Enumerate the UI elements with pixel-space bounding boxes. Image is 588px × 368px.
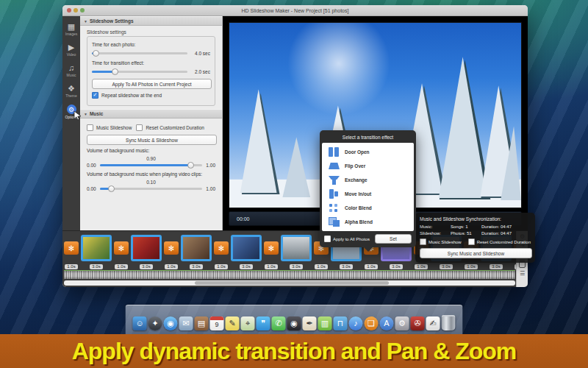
sidebar-item-video[interactable]: ▶ Video	[62, 43, 80, 57]
slider-knob[interactable]	[93, 50, 99, 57]
slider-knob[interactable]	[112, 68, 118, 75]
window-titlebar[interactable]: HD Slideshow Maker - New Project [51 pho…	[62, 5, 528, 16]
disclosure-triangle-icon[interactable]: ▼	[84, 112, 87, 116]
sidebar-item-images[interactable]: ▦ Images	[62, 22, 80, 36]
photo-thumbnail[interactable]: 3.0s	[281, 233, 312, 269]
transition-option[interactable]: Door Open	[322, 145, 414, 159]
transition-option[interactable]: Flip Over	[322, 159, 414, 173]
timeline-scrollbar[interactable]	[64, 280, 515, 286]
transition-thumbnail[interactable]: 1.0s	[164, 233, 179, 269]
dock-icon-ibooks[interactable]: ❏	[365, 316, 379, 330]
thumbnail-image[interactable]	[214, 241, 229, 255]
audio-waveform[interactable]	[64, 270, 515, 279]
volume-min-label: 0.00	[87, 186, 96, 191]
transition-option[interactable]: Color Blend	[322, 201, 414, 215]
transition-option-label: Color Blend	[345, 205, 372, 210]
photo-thumbnail[interactable]: 3.0s	[181, 233, 212, 269]
time-photo-slider[interactable]	[92, 50, 187, 57]
duration-chip: 3.0s	[490, 264, 502, 269]
dock-icon-keynote[interactable]: ⊓	[334, 316, 348, 330]
disclosure-triangle-icon[interactable]: ▼	[84, 19, 87, 24]
thumbnail-image[interactable]	[114, 241, 129, 255]
duration-chip: 1.0s	[65, 264, 77, 269]
dock-icon-pages[interactable]: ✒	[303, 316, 317, 330]
music-slideshow-checkbox[interactable]	[87, 124, 93, 131]
thumbnail-image[interactable]	[131, 235, 162, 261]
sidebar-item-icon: ▦	[68, 22, 75, 31]
thumbnail-image[interactable]	[264, 241, 279, 255]
photo-thumbnail[interactable]: 3.0s	[131, 233, 162, 269]
thumbnail-image[interactable]	[181, 235, 212, 261]
sync-reset-duration-checkbox[interactable]	[468, 238, 475, 245]
dock-icon-finder[interactable]: ☺	[133, 316, 147, 330]
thumbnail-image[interactable]	[81, 235, 112, 261]
dock-icon-mail[interactable]: ✉	[179, 316, 193, 330]
photo-thumbnail[interactable]: 3.0s	[231, 233, 262, 269]
time-transition-slider[interactable]	[92, 68, 187, 75]
photos-count: Photos: 51	[451, 231, 481, 236]
dock-icon-messages[interactable]: ❞	[257, 316, 270, 330]
dock-icon-notes[interactable]: ✎	[226, 316, 240, 330]
list-view-icon[interactable]: ☰	[520, 270, 525, 277]
thumbnail-image[interactable]	[164, 241, 179, 255]
dock-icon-contacts[interactable]: ▤	[195, 316, 209, 330]
transition-option[interactable]: Alpha Blend	[322, 215, 414, 229]
time-photo-value: 4.0 sec	[191, 51, 210, 56]
set-transition-button[interactable]: Set	[375, 234, 412, 244]
dock-icon-numbers[interactable]: ▥	[318, 316, 332, 330]
dock-icon-system-preferences[interactable]: ⚙	[395, 316, 409, 330]
sidebar-item-music[interactable]: ♫ Music	[62, 63, 80, 77]
slider-knob[interactable]	[108, 185, 115, 192]
dock-icon-trash[interactable]	[442, 315, 456, 330]
dock-icon-facetime[interactable]: ✆	[272, 316, 286, 330]
slider-knob[interactable]	[187, 162, 194, 169]
transition-thumbnail[interactable]: 1.0s	[264, 233, 279, 269]
transition-thumbnail[interactable]: 1.0s	[214, 233, 229, 269]
dock-icon-itunes[interactable]: ♪	[349, 316, 363, 330]
promo-banner: Apply dynamic transition and Pan & Zoom	[0, 334, 588, 368]
dock-icon-maps[interactable]: ⌖	[241, 316, 255, 330]
songs-count: Songs: 1	[451, 224, 481, 229]
transition-thumbnail[interactable]: 1.0s	[64, 233, 79, 269]
slideshow-settings-header[interactable]: ▼ Slideshow Settings	[80, 16, 222, 26]
repeat-slideshow-checkbox[interactable]	[92, 92, 98, 99]
sync-music-slideshow-button[interactable]: Sync Music & Slideshow	[87, 135, 217, 145]
thumbnail-image[interactable]	[231, 235, 262, 261]
dock-icon-hd-slideshow-maker[interactable]: ✇	[411, 316, 425, 330]
dock-icon-launchpad[interactable]: ✦	[148, 316, 162, 330]
volume-music-slider[interactable]	[100, 162, 203, 169]
dock-icon-calendar[interactable]: 9	[210, 316, 224, 330]
dock-icon-textedit[interactable]: ✍	[426, 316, 440, 330]
volume-video-slider[interactable]	[100, 185, 203, 192]
music-section-header[interactable]: ▼ Music	[80, 109, 222, 118]
sync-reset-duration-label: Reset Customized Duration	[477, 240, 531, 244]
sync-music-and-slideshow-button[interactable]: Sync Music and Slideshow	[420, 248, 532, 258]
screen: HD Slideshow Maker - New Project [51 pho…	[0, 0, 588, 368]
dock-icon-app-store[interactable]: A	[380, 316, 394, 330]
flip-over-icon	[329, 161, 340, 171]
slideshow-settings-header-label: Slideshow Settings	[90, 18, 134, 24]
sync-music-slideshow-checkbox[interactable]	[420, 238, 426, 245]
apply-to-all-photos-checkbox[interactable]	[324, 236, 331, 242]
dock-icon-photo-booth[interactable]: ◉	[287, 316, 301, 330]
transition-option[interactable]: Move In/out	[322, 187, 414, 201]
thumbnail-image[interactable]	[64, 241, 79, 255]
volume-music-value: 0.90	[87, 156, 215, 161]
reset-customized-duration-checkbox[interactable]	[136, 124, 143, 131]
apply-to-all-photos-label: Apply to All Photos	[333, 237, 370, 241]
door-open-icon	[329, 147, 340, 157]
thumbnail-image[interactable]	[281, 235, 312, 261]
sidebar-item-theme[interactable]: ❖ Theme	[62, 84, 80, 98]
transition-option[interactable]: Exchange	[322, 173, 414, 187]
dock: ☺ ✦ ◉ ✉ ▤ 9 ✎ ⌖ ❞ ✆	[126, 305, 463, 334]
duration-chip: 1.0s	[115, 264, 127, 269]
slideshow-settings-group: Time for each photo: 4.0 sec Time for tr…	[87, 36, 215, 106]
dock-icon-safari[interactable]: ◉	[164, 316, 178, 330]
photo-thumbnail[interactable]: 3.0s	[81, 233, 112, 269]
transition-option-label: Flip Over	[345, 163, 365, 169]
transition-thumbnail[interactable]: 1.0s	[114, 233, 129, 269]
apply-all-photos-button[interactable]: Apply To All Photos in Current Project	[92, 79, 212, 89]
duration-chip: 3.0s	[440, 264, 452, 269]
move-inout-icon	[329, 189, 340, 199]
scrollbar-thumb[interactable]	[195, 281, 389, 285]
